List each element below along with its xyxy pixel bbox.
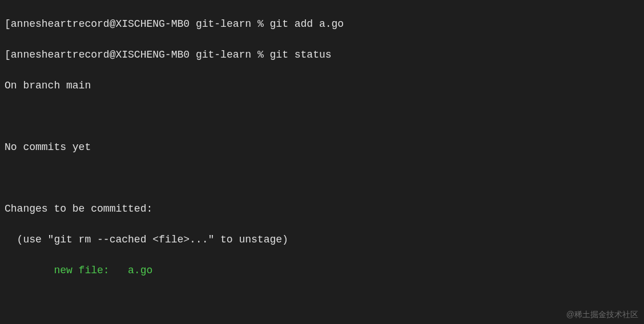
command-text: git add a.go	[270, 18, 344, 30]
prompt-bracket: [	[5, 18, 11, 30]
new-file-name: a.go	[128, 265, 152, 276]
prompt-user-host: annesheartrecord@XISCHENG-MB0	[11, 49, 190, 60]
output-branch: On branch main	[5, 78, 639, 94]
prompt-path: git-learn	[196, 18, 251, 30]
blank-line	[5, 109, 639, 124]
output-changes-header: Changes to be committed:	[5, 201, 639, 217]
watermark-text: @稀土掘金技术社区	[566, 309, 638, 321]
new-file-label: new file:	[5, 265, 128, 276]
prompt-symbol: %	[257, 49, 264, 60]
blank-line	[5, 171, 639, 186]
command-text: git status	[270, 49, 332, 60]
blank-line	[5, 294, 639, 309]
output-no-commits: No commits yet	[5, 140, 639, 155]
prompt-bracket: [	[5, 49, 11, 60]
prompt-symbol: %	[257, 18, 264, 30]
prompt-user-host: annesheartrecord@XISCHENG-MB0	[11, 18, 190, 30]
prompt-line-1: [annesheartrecord@XISCHENG-MB0 git-learn…	[5, 17, 639, 32]
output-unstage-hint: (use "git rm --cached <file>..." to unst…	[5, 232, 639, 248]
prompt-path: git-learn	[196, 49, 251, 60]
prompt-line-2: [annesheartrecord@XISCHENG-MB0 git-learn…	[5, 47, 639, 63]
terminal-output[interactable]: [annesheartrecord@XISCHENG-MB0 git-learn…	[5, 1, 639, 324]
output-new-file: new file: a.go	[5, 263, 639, 278]
